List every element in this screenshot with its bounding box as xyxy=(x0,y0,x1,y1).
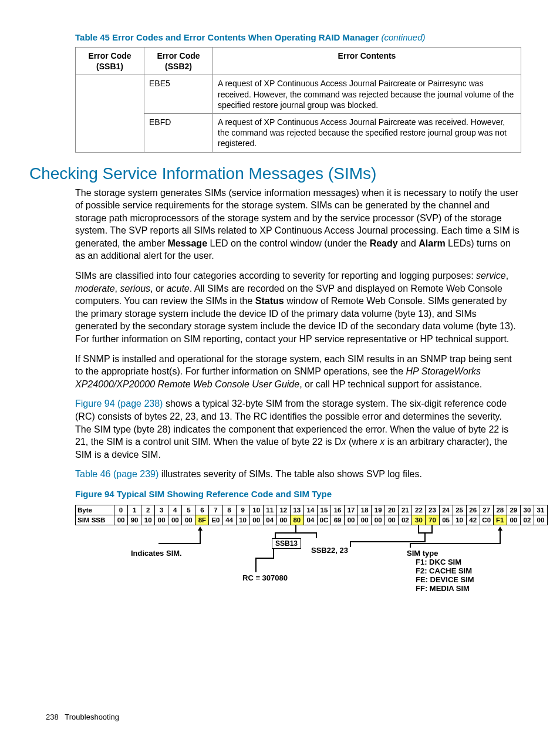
label-indicates-sim: Indicates SIM. xyxy=(131,549,182,558)
ssb-cell: 00 xyxy=(249,515,263,525)
ssb-cell: 8F xyxy=(195,515,209,525)
ssb-cell: 04 xyxy=(303,515,317,525)
paragraph-3: If SNMP is installed and operational for… xyxy=(75,353,520,391)
byte-header-cell: 23 xyxy=(426,505,439,515)
byte-header-cell: 5 xyxy=(182,505,195,515)
byte-row-label: Byte xyxy=(76,505,114,515)
ssb-cell: 00 xyxy=(385,515,399,525)
byte-header-cell: 31 xyxy=(534,505,547,515)
byte-header-cell: 17 xyxy=(345,505,358,515)
byte-header-cell: 11 xyxy=(263,505,276,515)
ssb-cell: 90 xyxy=(128,515,141,525)
ssb-cell: 00 xyxy=(182,515,195,525)
byte-header-cell: 27 xyxy=(480,505,493,515)
label-ssb13: SSB13 xyxy=(272,538,301,549)
byte-header-cell: 30 xyxy=(520,505,534,515)
byte-header-cell: 7 xyxy=(209,505,222,515)
ssb-cell: 00 xyxy=(168,515,182,525)
label-rc: RC = 307080 xyxy=(242,573,288,582)
byte-header-cell: 9 xyxy=(236,505,249,515)
ssb-cell: 02 xyxy=(520,515,534,525)
cell-ssb2: EBE5 xyxy=(144,75,213,114)
caption-continued: (continued) xyxy=(381,32,425,42)
figure-caption: Figure 94 Typical SIM Showing Reference … xyxy=(75,489,520,499)
byte-header-cell: 21 xyxy=(399,505,412,515)
ssb-cell: 80 xyxy=(290,515,303,525)
label-simtype: SIM type xyxy=(407,549,438,558)
figure-diagram: Indicates SIM. SSB13 SSB22, 23 RC = 3070… xyxy=(75,525,548,625)
ssb-cell: F1 xyxy=(493,515,507,525)
byte-header-cell: 15 xyxy=(317,505,330,515)
label-simtype-f2: F2: CACHE SIM xyxy=(416,566,472,575)
section-heading: Checking Service Information Messages (S… xyxy=(29,164,520,183)
byte-header-cell: 0 xyxy=(114,505,128,515)
byte-header-cell: 2 xyxy=(141,505,155,515)
ssb-cell: 42 xyxy=(466,515,480,525)
paragraph-5: Table 46 (page 239) illustrates severity… xyxy=(75,468,520,481)
byte-header-cell: 13 xyxy=(290,505,303,515)
cell-ssb2: EBFD xyxy=(144,113,213,152)
ssb-cell: 05 xyxy=(439,515,453,525)
byte-header-cell: 14 xyxy=(303,505,317,515)
caption-main: Table 45 Error Codes and Error Contents … xyxy=(75,32,379,42)
ssb-cell: 69 xyxy=(331,515,345,525)
table-caption: Table 45 Error Codes and Error Contents … xyxy=(75,32,520,42)
byte-header-cell: 28 xyxy=(493,505,507,515)
byte-header-cell: 26 xyxy=(466,505,480,515)
ssb-cell: 10 xyxy=(453,515,466,525)
byte-header-cell: 10 xyxy=(249,505,263,515)
ssb-cell: 00 xyxy=(114,515,128,525)
ssb-cell: 00 xyxy=(372,515,385,525)
ssb-cell: 00 xyxy=(276,515,290,525)
paragraph-2: SIMs are classified into four categories… xyxy=(75,269,520,346)
ssb-cell: 00 xyxy=(155,515,168,525)
ssb-row-label: SIM SSB xyxy=(76,515,114,525)
byte-header-cell: 8 xyxy=(222,505,236,515)
ssb-cell: 44 xyxy=(222,515,236,525)
ssb-cell: 30 xyxy=(412,515,426,525)
th-ssb1: Error Code (SSB1) xyxy=(76,48,144,75)
ssb-cell: 00 xyxy=(534,515,547,525)
paragraph-1: The storage system generates SIMs (servi… xyxy=(75,187,520,263)
byte-header-cell: 4 xyxy=(168,505,182,515)
cell-contents: A request of XP Continuous Access Journa… xyxy=(213,75,521,114)
figure-link[interactable]: Figure 94 (page 238) xyxy=(75,399,163,409)
label-simtype-f1: F1: DKC SIM xyxy=(416,558,461,566)
byte-table: Byte012345678910111213141516171819202122… xyxy=(75,505,548,525)
ssb-cell: 00 xyxy=(358,515,372,525)
label-ssb2223: SSB22, 23 xyxy=(311,546,348,555)
byte-header-cell: 6 xyxy=(195,505,209,515)
paragraph-4: Figure 94 (page 238) shows a typical 32-… xyxy=(75,397,520,461)
ssb-cell: E0 xyxy=(209,515,222,525)
cell-ssb1 xyxy=(76,75,144,152)
byte-header-cell: 12 xyxy=(276,505,290,515)
error-codes-table: Error Code (SSB1) Error Code (SSB2) Erro… xyxy=(75,47,521,153)
ssb-cell: 00 xyxy=(345,515,358,525)
table-link[interactable]: Table 46 (page 239) xyxy=(75,469,158,479)
table-row: EBE5 A request of XP Continuous Access J… xyxy=(76,75,521,114)
ssb-cell: 04 xyxy=(263,515,276,525)
byte-header-cell: 3 xyxy=(155,505,168,515)
figure-94: Byte012345678910111213141516171819202122… xyxy=(75,505,548,625)
ssb-cell: 02 xyxy=(399,515,412,525)
byte-header-cell: 25 xyxy=(453,505,466,515)
ssb-cell: 00 xyxy=(507,515,520,525)
ssb-cell: 10 xyxy=(236,515,249,525)
label-simtype-ff: FF: MEDIA SIM xyxy=(416,584,470,593)
footer-section: Troubleshooting xyxy=(65,713,119,721)
ssb-cell: 0C xyxy=(317,515,330,525)
byte-header-cell: 16 xyxy=(331,505,345,515)
byte-header-cell: 22 xyxy=(412,505,426,515)
byte-header-cell: 29 xyxy=(507,505,520,515)
byte-header-cell: 24 xyxy=(439,505,453,515)
cell-contents: A request of XP Continuous Access Journa… xyxy=(213,113,521,152)
page-number: 238 xyxy=(46,713,59,721)
ssb-cell: 10 xyxy=(141,515,155,525)
ssb-cell: 70 xyxy=(426,515,439,525)
page-footer: 238 Troubleshooting xyxy=(46,713,119,721)
byte-header-cell: 18 xyxy=(358,505,372,515)
byte-header-cell: 20 xyxy=(385,505,399,515)
byte-header-cell: 1 xyxy=(128,505,141,515)
ssb-cell: C0 xyxy=(480,515,493,525)
byte-header-cell: 19 xyxy=(372,505,385,515)
